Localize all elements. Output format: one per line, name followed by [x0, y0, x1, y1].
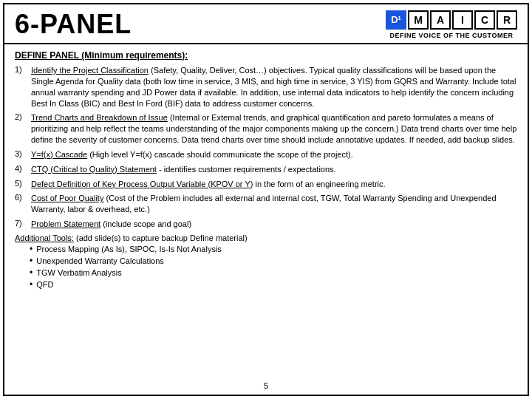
- item-label-5: Defect Definition of Key Process Output …: [31, 180, 253, 188]
- bullet-text-4: QFD: [36, 279, 53, 291]
- item-label-7: Problem Statement: [31, 219, 100, 228]
- list-item: 2) Trend Charts and Breakdown of Issue (…: [15, 112, 517, 146]
- list-item: 5) Defect Definition of Key Process Outp…: [15, 179, 517, 190]
- bullet-text-1: Process Mapping (As Is), SIPOC, Is-Is No…: [36, 244, 222, 256]
- dmaic-r[interactable]: R: [497, 10, 517, 30]
- item-rest-3: (High level Y=f(x) cascade should commun…: [87, 150, 353, 159]
- item-label-1: Identify the Project Classification: [31, 66, 149, 75]
- list-item: 3) Y=f(x) Cascade (High level Y=f(x) cas…: [15, 149, 517, 160]
- list-item: 1) Identify the Project Classification (…: [15, 65, 517, 109]
- item-label-6: Cost of Poor Quality: [31, 194, 103, 202]
- item-rest-7: (include scope and goal): [100, 219, 191, 228]
- item-num-3: 3): [15, 149, 31, 158]
- additional-section: Additional Tools: (add slide(s) to captu…: [15, 233, 517, 291]
- item-label-2: Trend Charts and Breakdown of Issue: [31, 113, 168, 122]
- additional-title: Additional Tools: (add slide(s) to captu…: [15, 233, 517, 242]
- item-num-2: 2): [15, 112, 31, 121]
- page-title: 6-PANEL: [15, 9, 132, 40]
- list-item: Process Mapping (As Is), SIPOC, Is-Is No…: [30, 244, 517, 256]
- additional-subtitle: (add slide(s) to capture backup Define m…: [74, 233, 248, 242]
- dmaic-i[interactable]: I: [452, 10, 473, 30]
- dmaic-nav: D¹ M A I C R: [386, 10, 517, 30]
- dmaic-m[interactable]: M: [408, 10, 429, 30]
- dmaic-d[interactable]: D¹: [386, 10, 406, 30]
- item-text-4: CTQ (Critical to Quality) Statement - id…: [31, 164, 517, 175]
- page-number: 5: [264, 381, 268, 390]
- item-num-6: 6): [15, 193, 31, 202]
- header-right: D¹ M A I C R DEFINE VOICE OF THE CUSTOME…: [386, 10, 517, 39]
- header: 6-PANEL D¹ M A I C R DEFINE VOICE OF THE…: [4, 4, 528, 44]
- item-text-3: Y=f(x) Cascade (High level Y=f(x) cascad…: [31, 149, 517, 160]
- list-item: QFD: [30, 279, 517, 291]
- item-label-3: Y=f(x) Cascade: [31, 150, 87, 159]
- bullet-text-2: Unexpended Warranty Calculations: [36, 256, 164, 267]
- list-item: 6) Cost of Poor Quality (Cost of the Pro…: [15, 193, 517, 215]
- item-num-7: 7): [15, 219, 31, 228]
- page-footer: 5: [4, 381, 528, 390]
- dmaic-c[interactable]: C: [474, 10, 495, 30]
- dmaic-a[interactable]: A: [430, 10, 451, 30]
- item-num-4: 4): [15, 164, 31, 173]
- item-text-5: Defect Definition of Key Process Output …: [31, 179, 517, 190]
- item-text-6: Cost of Poor Quality (Cost of the Proble…: [31, 193, 517, 215]
- item-num-5: 5): [15, 179, 31, 188]
- define-label: DEFINE VOICE OF THE CUSTOMER: [390, 32, 514, 39]
- additional-label: Additional Tools:: [15, 233, 74, 242]
- page-border: 6-PANEL D¹ M A I C R DEFINE VOICE OF THE…: [3, 3, 529, 396]
- item-text-7: Problem Statement (include scope and goa…: [31, 219, 517, 230]
- item-text-1: Identify the Project Classification (Saf…: [31, 65, 517, 109]
- item-label-4: CTQ (Critical to Quality) Statement: [31, 165, 157, 174]
- item-rest-5: in the form of an engineering metric.: [253, 180, 385, 188]
- item-rest-4: - identifies customer requirements / exp…: [157, 165, 336, 174]
- list-item: Unexpended Warranty Calculations: [30, 256, 517, 267]
- panel-title: DEFINE PANEL (Minimum requirements):: [15, 50, 517, 61]
- list-item: 4) CTQ (Critical to Quality) Statement -…: [15, 164, 517, 175]
- bullet-text-3: TGW Verbatim Analysis: [36, 267, 122, 279]
- item-text-2: Trend Charts and Breakdown of Issue (Int…: [31, 112, 517, 146]
- bullet-list: Process Mapping (As Is), SIPOC, Is-Is No…: [15, 244, 517, 291]
- item-num-1: 1): [15, 65, 31, 74]
- list-item: TGW Verbatim Analysis: [30, 267, 517, 279]
- list-item: 7) Problem Statement (include scope and …: [15, 219, 517, 230]
- main-content: DEFINE PANEL (Minimum requirements): 1) …: [4, 44, 528, 294]
